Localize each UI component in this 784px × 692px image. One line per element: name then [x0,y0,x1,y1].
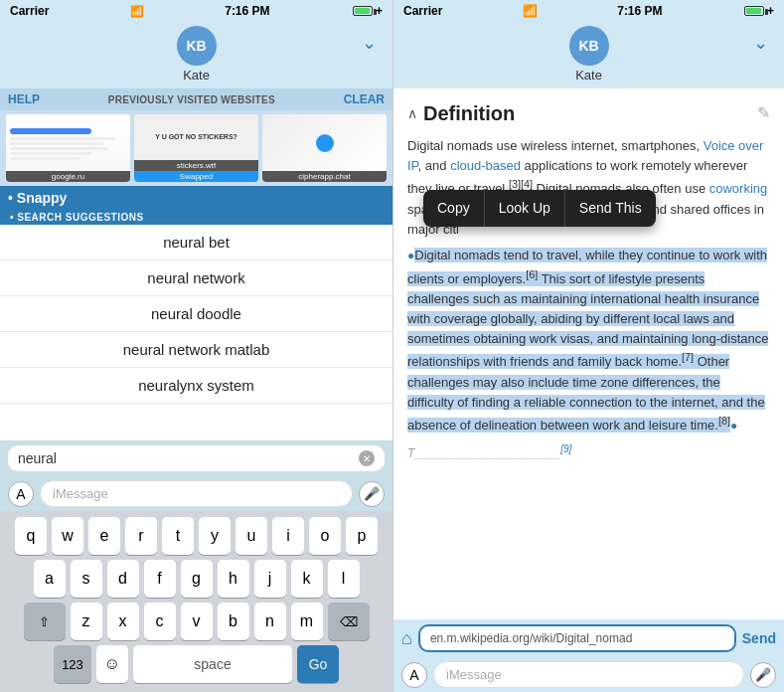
right-mic-button[interactable]: 🎤 [750,662,776,688]
keyboard: q w e r t y u i o p a s d f g h j k l ⇧ … [0,511,392,692]
right-battery-icon [744,6,764,16]
snappy-label: • Snappy [8,190,67,206]
key-e[interactable]: e [88,517,120,555]
suggestions-list: neural bet neural network neural doodle … [0,225,392,440]
right-contact-header: KB Kate ⌄ [393,22,784,88]
key-space[interactable]: space [133,645,292,683]
suggestion-item-3[interactable]: neural network matlab [0,332,392,368]
article-section-header: ∧ Definition ✎ [407,98,770,128]
help-button[interactable]: HELP [8,92,40,106]
key-t[interactable]: t [162,517,194,555]
left-panel: Carrier 📶 7:16 PM + KB Kate ⌄ HELP PREVI… [0,0,392,692]
context-lookup-button[interactable]: Look Up [485,190,565,227]
key-go[interactable]: Go [297,645,339,683]
right-imessage-input[interactable]: iMessage [433,661,744,688]
home-button[interactable]: ⌂ [401,628,412,649]
key-h[interactable]: h [218,560,249,598]
key-k[interactable]: k [291,560,323,598]
left-carrier: Carrier [10,4,49,18]
left-chevron-down-icon[interactable]: ⌄ [362,32,377,54]
thumbnails-row: google.ru Y U GOT NO STICKERS? stickers.… [0,110,392,186]
send-button[interactable]: Send [742,630,776,646]
key-a[interactable]: a [34,560,66,598]
edit-icon[interactable]: ✎ [757,101,770,125]
key-g[interactable]: g [181,560,213,598]
key-q[interactable]: q [15,517,47,555]
url-input[interactable]: en.m.wikipedia.org/wiki/Digital_nomad [418,624,736,652]
thumb-cipher-label: cipherapp.chat [262,171,387,182]
left-imessage-bar: A iMessage 🎤 [0,476,392,511]
thumb-google[interactable]: google.ru [6,114,130,182]
key-p[interactable]: p [346,517,378,555]
suggestion-item-1[interactable]: neural network [0,260,392,296]
key-i[interactable]: i [272,517,304,555]
thumb-google-label: google.ru [6,171,130,182]
key-shift[interactable]: ⇧ [24,603,66,640]
key-z[interactable]: z [71,603,102,640]
search-input-container[interactable]: neural ✕ [8,445,385,471]
suggestion-item-4[interactable]: neuralynx system [0,368,392,404]
thumb-cipher[interactable]: cipherapp.chat [262,114,387,182]
key-c[interactable]: c [144,603,176,640]
key-l[interactable]: l [328,560,360,598]
snappy-row[interactable]: • Snappy [0,186,392,210]
key-s[interactable]: s [71,560,102,598]
key-numbers[interactable]: 123 [54,645,91,683]
key-delete[interactable]: ⌫ [328,603,370,640]
key-o[interactable]: o [309,517,341,555]
selected-block: ●Digital nomads tend to travel, while th… [407,246,770,435]
key-m[interactable]: m [291,603,323,640]
previously-visited-label: PREVIOUSLY VISITED WEBSITES [46,94,338,105]
thumb-stickers-img: Y U GOT NO STICKERS? [134,114,258,160]
selected-passage: Digital nomads tend to travel, while the… [407,248,768,432]
article-para-3: T______________________[9] [407,441,770,463]
cloud-based-link[interactable]: cloud-based [450,158,521,173]
left-mic-button[interactable]: 🎤 [359,481,385,507]
right-chevron-down-icon[interactable]: ⌄ [753,32,768,54]
suggestion-item-2[interactable]: neural doodle [0,296,392,332]
article-content: ∧ Definition ✎ Digital nomads use wirele… [393,88,784,619]
collapse-icon[interactable]: ∧ [407,103,417,124]
right-avatar[interactable]: KB [569,26,609,66]
right-panel: Carrier 📶 7:16 PM + KB Kate ⌄ ∧ Definiti… [392,0,784,692]
key-n[interactable]: n [254,603,286,640]
keyboard-row-4: 123 ☺ space Go [4,645,389,683]
selection-handle-right: ● [730,419,737,432]
context-copy-button[interactable]: Copy [423,190,485,227]
key-f[interactable]: f [144,560,176,598]
key-emoji[interactable]: ☺ [96,645,128,683]
left-battery-icon [353,6,373,16]
right-imessage-bar: A iMessage 🎤 [393,657,784,692]
key-r[interactable]: r [125,517,157,555]
key-d[interactable]: d [107,560,139,598]
left-time: 7:16 PM [225,4,269,18]
keyboard-row-1: q w e r t y u i o p [4,517,389,555]
coworking-link[interactable]: coworking [709,182,768,197]
context-send-this-button[interactable]: Send This [565,190,656,227]
thumb-stickers-label: stickers.wtf [134,160,258,171]
key-v[interactable]: v [181,603,213,640]
left-siri-button[interactable]: A [8,481,34,507]
key-b[interactable]: b [218,603,249,640]
key-u[interactable]: u [235,517,267,555]
key-x[interactable]: x [107,603,139,640]
left-wifi-icon: 📶 [130,5,144,18]
thumb-cipher-img [262,114,387,171]
search-input-row: neural ✕ [0,440,392,476]
left-contact-name: Kate [183,68,210,83]
key-j[interactable]: j [254,560,286,598]
left-imessage-input[interactable]: iMessage [40,480,353,507]
thumb-stickers[interactable]: Y U GOT NO STICKERS? stickers.wtf Swappe… [134,114,258,182]
right-siri-button[interactable]: A [401,662,427,688]
right-battery-label: + [767,4,774,18]
key-w[interactable]: w [52,517,83,555]
suggestion-item-0[interactable]: neural bet [0,225,392,260]
left-contact-header: KB Kate ⌄ [0,22,392,88]
right-status-bar: Carrier 📶 7:16 PM + [393,0,784,22]
search-clear-button[interactable]: ✕ [359,450,375,466]
left-avatar[interactable]: KB [177,26,217,66]
clear-button[interactable]: CLEAR [344,92,385,106]
key-y[interactable]: y [199,517,231,555]
right-time: 7:16 PM [617,4,662,18]
url-bar: ⌂ en.m.wikipedia.org/wiki/Digital_nomad … [393,619,784,657]
